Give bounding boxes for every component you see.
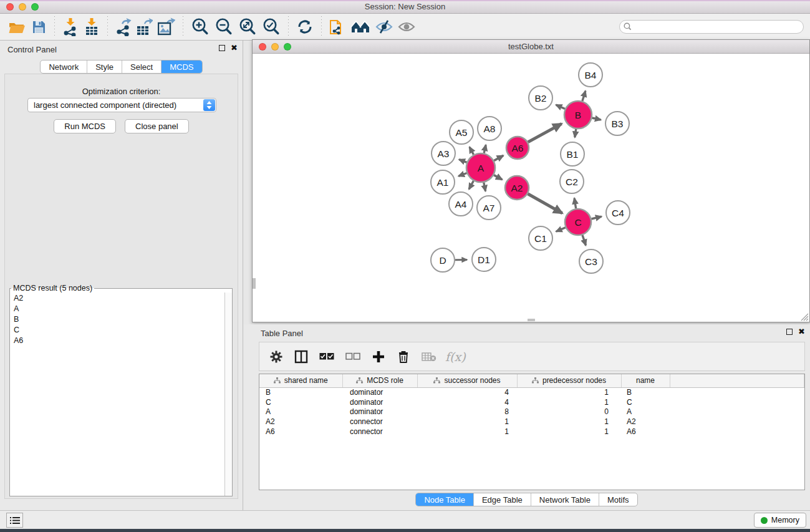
network-canvas[interactable]: B4B2BB3A8A5A6B1A3AC2A1A2A4A7C4CC1DD1C3: [253, 54, 809, 322]
mcds-result-item[interactable]: A2: [10, 293, 224, 303]
deselect-all-button[interactable]: [343, 346, 363, 368]
result-scrollbar[interactable]: [224, 293, 232, 496]
network-node-B2[interactable]: B2: [529, 86, 552, 110]
table-cell[interactable]: 1: [417, 417, 517, 427]
network-edge-C-C2[interactable]: [574, 198, 576, 209]
network-window-titlebar[interactable]: testGlobe.txt: [253, 40, 809, 54]
table-row[interactable]: A6connector11A6: [259, 427, 804, 437]
network-edge-B-B2[interactable]: [556, 105, 565, 109]
network-node-A5[interactable]: A5: [450, 120, 473, 144]
network-node-A3[interactable]: A3: [432, 142, 455, 165]
add-column-button[interactable]: [369, 346, 388, 368]
table-settings-button[interactable]: [267, 346, 286, 368]
export-image-button[interactable]: [155, 16, 178, 38]
table-cell[interactable]: 1: [517, 387, 621, 397]
network-edge-A-A8[interactable]: [484, 145, 486, 153]
delete-table-button[interactable]: [419, 346, 439, 368]
delete-column-button[interactable]: [394, 346, 413, 368]
table-cell[interactable]: connector: [342, 417, 417, 427]
tab-style[interactable]: Style: [87, 60, 122, 73]
table-cell[interactable]: dominator: [342, 387, 417, 397]
show-all-networks-button[interactable]: [348, 16, 373, 38]
network-hscroll-tick[interactable]: [528, 319, 535, 321]
table-cell[interactable]: 1: [517, 417, 621, 427]
tab-network[interactable]: Network: [41, 60, 87, 73]
table-cell[interactable]: 0: [517, 407, 621, 417]
table-cell[interactable]: 4: [417, 387, 517, 397]
import-network-button[interactable]: [60, 16, 81, 38]
table-cell[interactable]: A2: [621, 417, 670, 427]
col-successor-nodes[interactable]: successor nodes: [417, 374, 517, 387]
zoom-selected-button[interactable]: [259, 16, 283, 38]
network-node-D[interactable]: D: [431, 248, 455, 272]
network-edge-A-A3[interactable]: [459, 160, 466, 163]
network-edge-C-C3[interactable]: [582, 235, 586, 246]
network-edge-A-A1[interactable]: [458, 173, 466, 176]
table-cell[interactable]: A: [621, 407, 670, 417]
mcds-result-item[interactable]: A6: [10, 335, 224, 346]
zoom-out-button[interactable]: [212, 16, 236, 38]
table-cell[interactable]: connector: [342, 427, 417, 437]
apply-layout-button[interactable]: [294, 16, 316, 38]
network-node-C[interactable]: C: [565, 209, 591, 235]
table-cell[interactable]: 8: [417, 407, 517, 417]
network-edge-B-B4[interactable]: [582, 91, 586, 101]
table-cell[interactable]: A: [259, 407, 342, 417]
network-edge-A2-C[interactable]: [528, 194, 562, 213]
network-node-A7[interactable]: A7: [477, 196, 501, 220]
network-edge-C-C4[interactable]: [591, 216, 601, 219]
tab-select[interactable]: Select: [122, 60, 162, 73]
tab-edge-table[interactable]: Edge Table: [474, 493, 531, 506]
table-cell[interactable]: 1: [517, 427, 621, 437]
network-edge-B-B1[interactable]: [575, 129, 576, 138]
memory-button[interactable]: Memory: [754, 513, 806, 528]
network-edge-A-A5[interactable]: [470, 147, 474, 155]
network-node-C3[interactable]: C3: [579, 249, 603, 273]
close-table-panel-icon[interactable]: ✖: [798, 329, 805, 335]
network-node-B3[interactable]: B3: [605, 112, 629, 135]
tab-network-table[interactable]: Network Table: [531, 493, 599, 506]
window-resize-grip[interactable]: [801, 313, 809, 321]
table-cell[interactable]: B: [259, 387, 342, 397]
export-network-button[interactable]: [113, 16, 134, 38]
network-node-A8[interactable]: A8: [478, 117, 501, 140]
network-vscroll-tick[interactable]: [253, 278, 256, 289]
save-session-button[interactable]: [28, 16, 49, 38]
close-panel-icon[interactable]: ✖: [231, 45, 238, 51]
col-shared-name[interactable]: shared name: [259, 374, 342, 387]
col-mcds-role[interactable]: MCDS role: [342, 374, 417, 387]
table-row[interactable]: Bdominator41B: [259, 387, 804, 397]
hide-selected-button[interactable]: [373, 16, 395, 38]
table-cell[interactable]: C: [259, 397, 342, 407]
network-node-C4[interactable]: C4: [606, 201, 630, 225]
zoom-in-button[interactable]: [188, 16, 212, 38]
network-edge-B-B3[interactable]: [592, 118, 600, 120]
select-all-button[interactable]: [317, 346, 337, 368]
float-panel-icon[interactable]: [219, 45, 225, 51]
table-cell[interactable]: 1: [517, 397, 621, 407]
table-cell[interactable]: A6: [259, 427, 342, 437]
network-edge-A6-B[interactable]: [528, 123, 562, 142]
network-edge-C-C1[interactable]: [556, 228, 566, 232]
col-name[interactable]: name: [621, 374, 670, 387]
show-hidden-button[interactable]: [395, 16, 418, 38]
network-node-C2[interactable]: C2: [560, 170, 584, 193]
close-panel-button[interactable]: Close panel: [125, 119, 189, 133]
table-cell[interactable]: dominator: [342, 407, 417, 417]
mcds-result-item[interactable]: B: [10, 314, 224, 324]
show-columns-button[interactable]: [292, 346, 311, 368]
mcds-result-item[interactable]: C: [10, 324, 224, 335]
network-node-B4[interactable]: B4: [579, 63, 602, 87]
col-predecessor-nodes[interactable]: predecessor nodes: [517, 374, 621, 387]
network-edge-A-A7[interactable]: [484, 183, 486, 191]
table-row[interactable]: Cdominator41C: [259, 397, 804, 407]
mcds-result-item[interactable]: A: [10, 303, 224, 314]
table-cell[interactable]: 4: [417, 397, 517, 407]
network-edge-A-A4[interactable]: [469, 181, 473, 189]
table-row[interactable]: A2connector11A2: [259, 417, 804, 427]
search-input[interactable]: [619, 20, 804, 34]
table-cell[interactable]: A2: [259, 417, 342, 427]
table-row[interactable]: Adominator80A: [259, 407, 804, 417]
tab-node-table[interactable]: Node Table: [416, 493, 474, 506]
table-cell[interactable]: C: [621, 397, 670, 407]
